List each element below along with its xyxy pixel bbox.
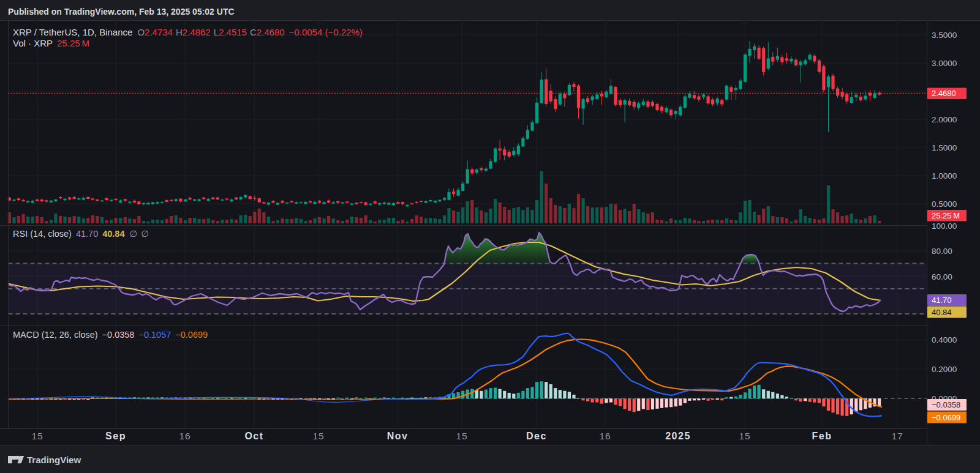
svg-text:15: 15 — [456, 431, 467, 441]
svg-text:0.4000: 0.4000 — [932, 335, 957, 345]
svg-text:17: 17 — [891, 431, 903, 441]
svg-text:Published on TradingView.com,: Published on TradingView.com, Feb 13, 20… — [8, 7, 235, 17]
svg-text:15: 15 — [31, 431, 43, 441]
svg-text:15: 15 — [312, 431, 324, 441]
svg-text:16: 16 — [599, 431, 611, 441]
svg-text:3.0000: 3.0000 — [932, 59, 957, 68]
svg-text:Feb: Feb — [812, 431, 832, 441]
svg-text:Sep: Sep — [105, 431, 126, 441]
svg-text:−0.0358: −0.0358 — [932, 400, 960, 409]
svg-text:1.5000: 1.5000 — [932, 143, 957, 152]
svg-text:−0.0699: −0.0699 — [932, 413, 960, 422]
svg-text:XRP / TetherUS, 1D, BinanceO2.: XRP / TetherUS, 1D, BinanceO2.4734H2.486… — [13, 27, 363, 37]
svg-text:100.00: 100.00 — [932, 222, 957, 231]
svg-text:2025: 2025 — [665, 431, 691, 441]
svg-text:2.4680: 2.4680 — [932, 89, 956, 98]
svg-text:TradingView: TradingView — [27, 455, 81, 465]
svg-text:3.5000: 3.5000 — [932, 31, 957, 40]
svg-text:41.70: 41.70 — [932, 296, 952, 305]
svg-text:80.00: 80.00 — [932, 247, 952, 256]
svg-text:40.84: 40.84 — [932, 308, 952, 317]
svg-text:Vol · XRP25.25 M: Vol · XRP25.25 M — [13, 38, 89, 48]
svg-text:60.00: 60.00 — [932, 272, 952, 281]
svg-text:0.5000: 0.5000 — [932, 199, 957, 209]
svg-text:0.2000: 0.2000 — [932, 365, 957, 374]
svg-text:MACD (12, 26, close)−0.0358−0.: MACD (12, 26, close)−0.0358−0.1057−0.069… — [13, 330, 208, 340]
svg-text:Oct: Oct — [244, 431, 263, 441]
svg-text:Dec: Dec — [526, 431, 547, 441]
svg-text:15: 15 — [739, 431, 750, 441]
svg-text:Nov: Nov — [387, 431, 409, 441]
svg-text:1.0000: 1.0000 — [932, 171, 957, 181]
svg-text:16: 16 — [179, 431, 190, 441]
svg-text:2.0000: 2.0000 — [932, 115, 957, 124]
svg-text:25.25 M: 25.25 M — [932, 211, 960, 220]
